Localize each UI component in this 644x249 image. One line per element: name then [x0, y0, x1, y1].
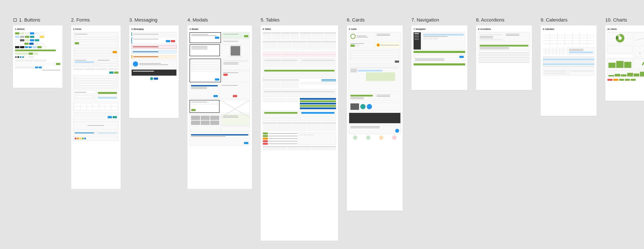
frame-modals[interactable]: 4. Modals 4. Modals: [188, 17, 252, 189]
frame-calendars[interactable]: 9. Calendars 9. Calendars: [540, 17, 596, 116]
tool-icon: [307, 134, 310, 136]
accordion-example: [478, 32, 504, 42]
artboard-forms[interactable]: 2. Forms: [71, 26, 120, 189]
design-canvas[interactable]: 1. Buttons 1. Buttons: [0, 0, 644, 249]
legend-chip: [613, 79, 618, 81]
section-title: 4. Modals: [190, 28, 250, 30]
card-title: [357, 36, 366, 36]
card-example: [375, 93, 400, 100]
nav-item: [414, 33, 419, 34]
alert-action: [171, 40, 175, 42]
frame-charts[interactable]: 10. Charts 10. Charts: [605, 17, 644, 101]
artboard-tables[interactable]: 5. Tables: [260, 26, 338, 241]
frame-messaging[interactable]: 3. Messaging 3. Messaging: [129, 17, 179, 118]
button-row: [15, 63, 60, 65]
card-media: [349, 102, 400, 111]
button-example: [20, 39, 24, 41]
artboard-messaging[interactable]: 3. Messaging: [129, 26, 179, 118]
input-example: [75, 93, 94, 95]
alert-text: [133, 39, 158, 40]
event-item: [569, 50, 584, 51]
card-text: [350, 126, 380, 127]
accordion-header: [480, 45, 528, 46]
status-rows: [300, 98, 336, 109]
chart-block: [608, 45, 633, 54]
line-chart: [634, 32, 644, 44]
frame-tables[interactable]: 5. Tables 5. Tables: [260, 17, 338, 241]
artboard-calendars[interactable]: 9. Calendars: [540, 26, 596, 116]
modal-example: [222, 71, 250, 82]
status-text: [268, 144, 298, 144]
button-example: [15, 32, 20, 34]
nav-item: [414, 39, 419, 40]
warning-icon: [377, 44, 380, 46]
frame-label[interactable]: 1. Buttons: [13, 17, 62, 23]
card-avatar: [349, 32, 374, 40]
frame-label[interactable]: 7. Navigation: [412, 17, 468, 23]
frame-buttons[interactable]: 1. Buttons 1. Buttons: [13, 17, 62, 88]
card-text: [350, 97, 364, 98]
alert-info: [132, 50, 176, 54]
select-example: [73, 68, 84, 70]
frame-label[interactable]: 2. Forms: [71, 17, 120, 23]
button-example: [39, 43, 44, 45]
artboard-charts[interactable]: 10. Charts: [605, 26, 644, 101]
modal-action: [244, 142, 248, 144]
button-row: [15, 39, 60, 41]
button-example: [35, 66, 38, 68]
card-text: [350, 128, 380, 128]
modal-action: [215, 36, 219, 39]
legend-chip: [608, 79, 612, 81]
schedule-row: [543, 56, 594, 58]
artboard-accordions[interactable]: 8. Accordions: [476, 26, 532, 90]
timeline-bar: [358, 70, 382, 72]
button-example: [15, 46, 20, 48]
bar: [627, 73, 633, 76]
nav-action: [460, 56, 464, 58]
schedule-rows: [543, 56, 594, 68]
legend-row: [608, 79, 644, 81]
frame-label[interactable]: 6. Cards: [347, 17, 403, 23]
artboard-navigation[interactable]: 7. Navigation: [412, 26, 468, 90]
status-bar: [300, 98, 336, 100]
frame-label[interactable]: 3. Messaging: [129, 17, 179, 23]
frame-label[interactable]: 5. Tables: [260, 17, 338, 23]
button-example: [108, 116, 112, 118]
input-example: [75, 96, 94, 97]
modal-body: [223, 34, 238, 34]
table-striped: [263, 51, 336, 57]
input-example: [75, 84, 117, 85]
frame-navigation[interactable]: 7. Navigation 7. Navigation: [412, 17, 468, 90]
button-example: [24, 60, 33, 62]
qr-modal: [221, 44, 250, 57]
frame-label[interactable]: 4. Modals: [188, 17, 252, 23]
frame-label[interactable]: 8. Accordions: [476, 17, 532, 23]
frame-label[interactable]: 9. Calendars: [540, 17, 596, 23]
frame-forms[interactable]: 2. Forms 2. Forms: [71, 17, 120, 189]
button-example: [29, 43, 34, 45]
artboard-buttons[interactable]: 1. Buttons: [13, 26, 62, 88]
frame-cards[interactable]: 6. Cards 6. Cards: [347, 17, 403, 211]
modal-action: [215, 78, 219, 80]
card-example: [349, 125, 400, 134]
date-grid: [75, 104, 117, 110]
status-text: [268, 133, 298, 134]
toolbar-panel: [298, 132, 336, 145]
table-example: [263, 90, 336, 97]
frame-accordions[interactable]: 8. Accordions 8. Accordions: [476, 17, 532, 90]
button-example: [34, 52, 38, 55]
frame-label[interactable]: 10. Charts: [605, 17, 644, 23]
modal-body: [191, 48, 208, 48]
table-blue: [263, 98, 299, 109]
modal-crossed: [220, 100, 250, 113]
button-example: [15, 39, 20, 41]
artboard-modals[interactable]: 4. Modals: [188, 26, 252, 189]
artboard-cards[interactable]: 6. Cards: [347, 26, 403, 211]
button-example: [109, 72, 114, 74]
accordion-body: [480, 36, 493, 37]
button-example: [25, 39, 29, 41]
bar: [608, 75, 614, 76]
time-picker: [569, 69, 594, 76]
thumbnail: [191, 120, 200, 125]
frame-label-text: 10. Charts: [605, 17, 627, 23]
